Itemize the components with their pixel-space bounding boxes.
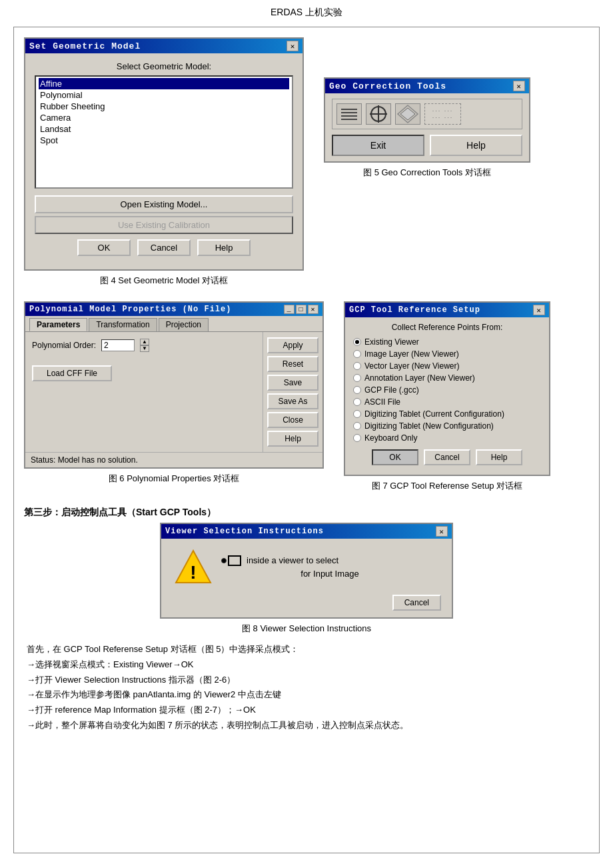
fig4-caption: 图 4 Set Geometric Model 对话框: [24, 275, 304, 287]
pmp-status-bar: Status: Model has no solution.: [25, 452, 322, 467]
pmp-tab-parameters[interactable]: Parameters: [29, 318, 87, 331]
gcp-radio-dot-8[interactable]: [353, 422, 361, 430]
pmp-body: Polynomial Order: ▲ ▼ Load CFF File: [25, 332, 322, 452]
gcp-help-button[interactable]: Help: [476, 449, 522, 465]
gcp-radio-dot-3[interactable]: [353, 362, 361, 370]
sgm-item-landsat[interactable]: Landsat: [39, 123, 289, 135]
pmp-help-button[interactable]: Help: [267, 431, 318, 447]
bottom-text-section: 首先，在 GCP Tool Referense Setup 对话框（图 5）中选…: [24, 643, 589, 733]
sgm-item-camera[interactable]: Camera: [39, 112, 289, 123]
gcp-radio-keyboard-only[interactable]: Keyboard Only: [353, 433, 541, 443]
gcp-cancel-button[interactable]: Cancel: [424, 449, 470, 465]
fig8-caption: 图 8 Viewer Selection Instructions: [24, 623, 589, 635]
vsi-content: ! inside a viewer to select for Input Im…: [161, 539, 452, 595]
sgm-dialog-wrapper: Set Geometric Model ✕ Select Geometric M…: [24, 37, 304, 295]
pmp-save-button[interactable]: Save: [267, 375, 318, 391]
sgm-ok-button[interactable]: OK: [77, 239, 131, 256]
sgm-use-calibration-button[interactable]: Use Existing Calibration: [35, 216, 293, 234]
gcp-radio-digitizing-new[interactable]: Digitizing Tablet (New Configuration): [353, 421, 541, 431]
gcp-bottom-row: OK Cancel Help: [353, 449, 541, 469]
pmp-minimize-button[interactable]: _: [284, 305, 295, 314]
pmp-titlebar-buttons: _ □ ✕: [284, 305, 318, 314]
pmp-load-cff-button[interactable]: Load CFF File: [32, 365, 112, 381]
sgm-cancel-button[interactable]: Cancel: [137, 239, 191, 256]
sgm-open-existing-button[interactable]: Open Existing Model...: [35, 195, 293, 213]
pmp-titlebar: Polynomial Model Properties (No File) _ …: [25, 303, 322, 316]
gct-diamond-icon[interactable]: [395, 103, 420, 125]
row-2: Polynomial Model Properties (No File) _ …: [24, 301, 589, 500]
pmp-dialog: Polynomial Model Properties (No File) _ …: [24, 301, 324, 469]
gcp-radio-image-layer[interactable]: Image Layer (New Viewer): [353, 349, 541, 359]
sgm-help-button[interactable]: Help: [197, 239, 251, 256]
pmp-close-button[interactable]: Close: [267, 412, 318, 428]
gcp-radio-vector-layer[interactable]: Vector Layer (New Viewer): [353, 361, 541, 371]
main-content: Set Geometric Model ✕ Select Geometric M…: [13, 27, 600, 853]
gct-dialog-wrapper: Geo Correction Tools ✕: [324, 77, 530, 295]
gcp-radio-existing-viewer[interactable]: Existing Viewer: [353, 337, 541, 347]
gct-exit-button[interactable]: Exit: [332, 135, 424, 156]
gcp-ok-button[interactable]: OK: [372, 449, 418, 465]
pmp-order-label: Polynomial Order:: [32, 341, 96, 350]
vsi-instruction-row: inside a viewer to select: [221, 555, 438, 566]
gcp-radio-dot-9[interactable]: [353, 434, 361, 442]
gcp-radio-annotation-layer[interactable]: Annotation Layer (New Viewer): [353, 373, 541, 383]
pmp-apply-button[interactable]: Apply: [267, 337, 318, 353]
pmp-save-as-button[interactable]: Save As: [267, 393, 318, 409]
gct-crosshair-icon[interactable]: [366, 103, 391, 125]
pmp-title: Polynomial Model Properties (No File): [29, 305, 231, 314]
sgm-item-rubber-sheeting[interactable]: Rubber Sheeting: [39, 101, 289, 112]
gcp-close-button[interactable]: ✕: [533, 305, 545, 315]
svg-rect-2: [341, 115, 357, 117]
pmp-spinner[interactable]: ▲ ▼: [140, 339, 149, 352]
gcp-label-vector-layer: Vector Layer (New Viewer): [364, 361, 460, 371]
sgm-close-button[interactable]: ✕: [287, 41, 299, 51]
vsi-close-button[interactable]: ✕: [436, 526, 448, 537]
gcp-label-existing-viewer: Existing Viewer: [364, 337, 419, 347]
pmp-tab-projection[interactable]: Projection: [159, 318, 209, 331]
pmp-close-button[interactable]: ✕: [308, 305, 318, 314]
gct-dots-icon: ··· ······ ···: [424, 103, 461, 125]
sgm-bottom-row: OK Cancel Help: [35, 239, 293, 261]
gcp-radio-ascii-file[interactable]: ASCII File: [353, 397, 541, 407]
vsi-title: Viewer Selection Instructions: [165, 527, 324, 536]
gcp-radio-gcp-file[interactable]: GCP File (.gcc): [353, 385, 541, 395]
gcp-label-gcp-file: GCP File (.gcc): [364, 385, 419, 395]
gcp-label-digitizing-current: Digitizing Tablet (Current Configuration…: [364, 409, 504, 419]
pmp-tab-transformation[interactable]: Transformation: [89, 318, 157, 331]
page-title: ERDAS 上机实验: [13, 7, 600, 19]
vsi-cancel-row: Cancel: [161, 595, 452, 617]
gcp-radio-dot-1[interactable]: [353, 338, 361, 346]
gcp-radio-dot-4[interactable]: [353, 374, 361, 382]
sgm-listbox[interactable]: Affine Polynomial Rubber Sheeting Camera…: [35, 75, 293, 189]
pmp-order-input[interactable]: [101, 339, 135, 351]
vsi-dialog: Viewer Selection Instructions ✕ !: [160, 523, 453, 619]
vsi-titlebar: Viewer Selection Instructions ✕: [161, 524, 452, 539]
pmp-order-row: Polynomial Order: ▲ ▼: [32, 339, 256, 352]
vsi-cancel-button[interactable]: Cancel: [392, 595, 441, 611]
bottom-line4: →在显示作为地理参考图像 panAtlanta.img 的 Viewer2 中点…: [27, 688, 586, 702]
gcp-titlebar: GCP Tool Reference Setup ✕: [345, 303, 549, 317]
pmp-status-text: Model has no solution.: [58, 455, 138, 465]
pmp-maximize-button[interactable]: □: [296, 305, 306, 314]
gcp-dialog: GCP Tool Reference Setup ✕ Collect Refer…: [344, 301, 550, 476]
pmp-spinner-down[interactable]: ▼: [140, 345, 149, 352]
gcp-radio-dot-5[interactable]: [353, 386, 361, 394]
gct-close-button[interactable]: ✕: [513, 81, 525, 91]
sgm-item-spot[interactable]: Spot: [39, 135, 289, 146]
sgm-item-polynomial[interactable]: Polynomial: [39, 89, 289, 101]
pmp-dialog-wrapper: Polynomial Model Properties (No File) _ …: [24, 301, 324, 500]
gct-help-button[interactable]: Help: [430, 135, 522, 156]
gcp-radio-dot-7[interactable]: [353, 410, 361, 418]
pmp-reset-button[interactable]: Reset: [267, 356, 318, 372]
vsi-dot: [221, 558, 227, 563]
vsi-cursor-icon: [221, 555, 241, 566]
pmp-spinner-up[interactable]: ▲: [140, 339, 149, 345]
gcp-dialog-wrapper: GCP Tool Reference Setup ✕ Collect Refer…: [344, 301, 550, 500]
gcp-radio-digitizing-current[interactable]: Digitizing Tablet (Current Configuration…: [353, 409, 541, 419]
gcp-radio-dot-6[interactable]: [353, 398, 361, 406]
sgm-item-affine[interactable]: Affine: [39, 78, 289, 89]
gct-lines-icon[interactable]: [336, 103, 362, 125]
gcp-radio-dot-2[interactable]: [353, 350, 361, 358]
pmp-status-label: Status:: [31, 455, 55, 465]
sgm-title: Set Geometric Model: [29, 41, 141, 51]
